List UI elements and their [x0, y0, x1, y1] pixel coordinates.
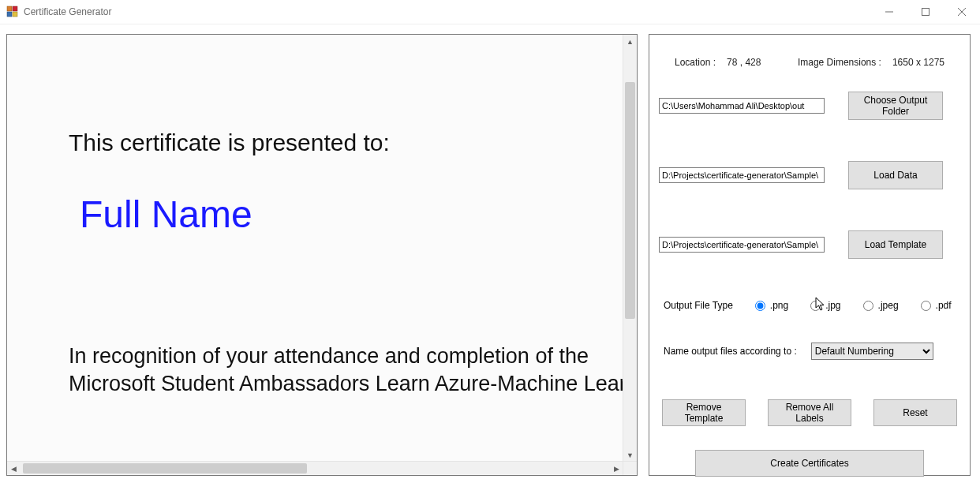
svg-rect-0: [7, 6, 12, 11]
vertical-scrollbar[interactable]: ▲ ▼: [623, 35, 637, 462]
scroll-right-icon[interactable]: ▶: [610, 462, 623, 475]
status-row: Location : 78 , 428 Image Dimensions : 1…: [675, 57, 944, 68]
window-controls: [871, 0, 980, 24]
svg-rect-5: [922, 9, 930, 16]
maximize-button[interactable]: [907, 0, 944, 24]
location-value: 78 , 428: [727, 57, 761, 68]
output-folder-input[interactable]: [659, 98, 825, 114]
filetype-pdf-radio[interactable]: .pdf: [921, 300, 952, 311]
scroll-left-icon[interactable]: ◀: [7, 462, 21, 475]
dimensions-label: Image Dimensions :: [798, 57, 881, 68]
naming-row: Name output files according to : Default…: [659, 343, 960, 360]
window-title: Certificate Generator: [24, 6, 111, 17]
filetype-jpg-radio[interactable]: .jpg: [810, 300, 840, 311]
close-button[interactable]: [944, 0, 980, 24]
choose-output-folder-button[interactable]: Choose Output Folder: [848, 92, 943, 120]
certificate-body-text: In recognition of your attendance and co…: [69, 343, 623, 398]
load-data-button[interactable]: Load Data: [848, 161, 943, 189]
load-template-button[interactable]: Load Template: [848, 230, 943, 259]
horizontal-scroll-thumb[interactable]: [23, 463, 307, 474]
horizontal-scrollbar[interactable]: ◀ ▶: [7, 461, 623, 475]
naming-select[interactable]: Default Numbering: [811, 343, 933, 360]
app-icon: [6, 6, 19, 18]
location-label: Location :: [675, 57, 716, 68]
titlebar: Certificate Generator: [0, 0, 980, 24]
dimensions-value: 1650 x 1275: [892, 57, 944, 68]
certificate-heading: This certificate is presented to:: [69, 129, 390, 156]
reset-button[interactable]: Reset: [873, 399, 957, 426]
vertical-scroll-thumb[interactable]: [625, 82, 635, 319]
remove-all-labels-button[interactable]: Remove All Labels: [768, 399, 851, 426]
remove-template-button[interactable]: Remove Template: [662, 399, 746, 426]
svg-rect-2: [7, 12, 12, 17]
data-file-input[interactable]: [659, 167, 825, 183]
create-certificates-button[interactable]: Create Certificates: [695, 450, 924, 477]
certificate-name-placeholder[interactable]: Full Name: [80, 193, 252, 236]
filetype-jpeg-radio[interactable]: .jpeg: [863, 300, 899, 311]
svg-rect-3: [13, 12, 17, 17]
minimize-button[interactable]: [871, 0, 907, 24]
output-file-type-label: Output File Type: [664, 300, 733, 311]
controls-panel: Location : 78 , 428 Image Dimensions : 1…: [649, 34, 971, 476]
svg-rect-1: [13, 6, 17, 11]
filetype-png-radio[interactable]: .png: [755, 300, 788, 311]
scroll-corner: [623, 461, 637, 475]
template-file-input[interactable]: [659, 237, 825, 253]
output-file-type-row: Output File Type .png .jpg .jpeg .pdf: [659, 300, 960, 311]
naming-label: Name output files according to :: [664, 346, 797, 357]
certificate-canvas[interactable]: This certificate is presented to: Full N…: [7, 35, 623, 461]
preview-panel: This certificate is presented to: Full N…: [6, 34, 638, 476]
scroll-down-icon[interactable]: ▼: [623, 448, 637, 462]
scroll-up-icon[interactable]: ▲: [623, 35, 637, 48]
